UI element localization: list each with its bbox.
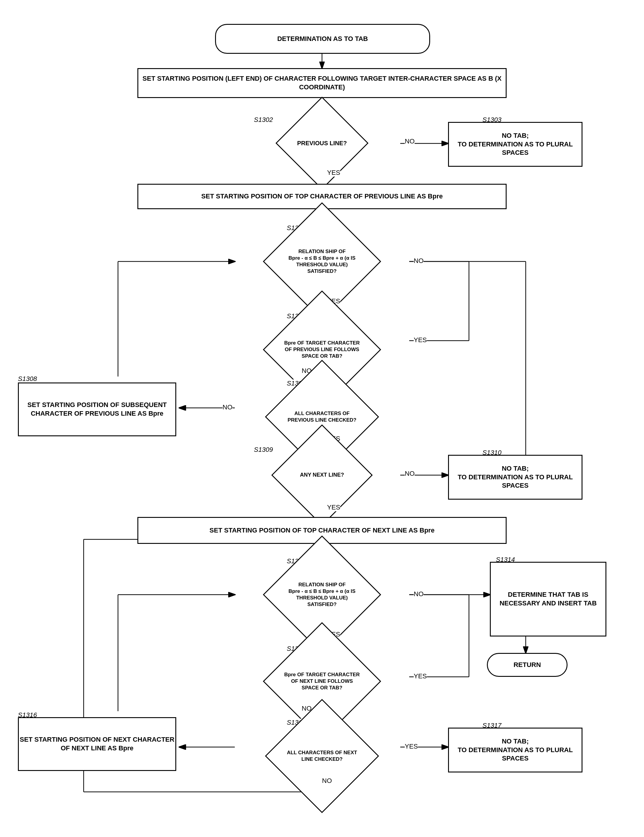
s1307-no-label: NO — [223, 404, 233, 411]
s1316-node: SET STARTING POSITION OF NEXT CHARACTER … — [18, 717, 176, 771]
s1309-no-label: NO — [405, 470, 415, 478]
s1309-yes-label: YES — [327, 504, 340, 511]
s1302-yes-label: YES — [327, 169, 340, 177]
start-label: DETERMINATION AS TO TAB — [277, 34, 368, 43]
start-node: DETERMINATION AS TO TAB — [215, 24, 430, 54]
s1308-node: SET STARTING POSITION OF SUBSEQUENT CHAR… — [18, 382, 176, 436]
s1306-yes-label: YES — [414, 336, 427, 344]
flowchart: DETERMINATION AS TO TAB S1301 SET STARTI… — [0, 0, 644, 837]
s1309-node: ANY NEXT LINE? — [245, 448, 399, 502]
s1313-yes-label: YES — [414, 672, 427, 680]
s1314-node: DETERMINE THAT TAB IS NECESSARY AND INSE… — [490, 562, 606, 637]
s1301-node: SET STARTING POSITION (LEFT END) OF CHAR… — [138, 68, 506, 98]
s1312-node: RELATION SHIP OF Bpre - α ≤ B ≤ Bpre + α… — [203, 560, 441, 629]
s1315-no-label: NO — [322, 777, 332, 785]
return-node: RETURN — [487, 653, 567, 677]
s1305-no-label: NO — [414, 257, 424, 265]
s1308-label-tag: S1308 — [18, 375, 37, 383]
s1317-node: NO TAB; TO DETERMINATION AS TO PLURAL SP… — [448, 728, 582, 773]
s1302-no-label: NO — [405, 138, 415, 145]
s1303-node: NO TAB; TO DETERMINATION AS TO PLURAL SP… — [448, 122, 582, 167]
s1302-node: PREVIOUS LINE? — [245, 119, 399, 167]
s1315-yes-label: YES — [405, 743, 418, 750]
s1310-node: NO TAB; TO DETERMINATION AS TO PLURAL SP… — [448, 455, 582, 500]
s1305-node: RELATION SHIP OF Bpre - α ≤ B ≤ Bpre + α… — [203, 227, 441, 296]
s1312-no-label: NO — [414, 590, 424, 598]
